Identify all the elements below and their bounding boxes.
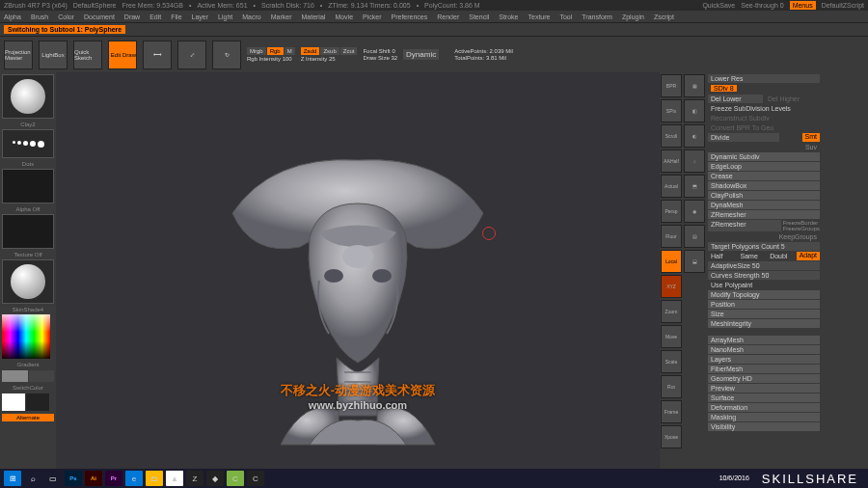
visibility-header[interactable]: Visibility <box>708 422 820 431</box>
task-view-icon[interactable]: ▭ <box>44 471 62 486</box>
material-selector[interactable] <box>2 259 54 304</box>
zcut-button[interactable]: Zcut <box>340 47 358 55</box>
alternate-button[interactable]: Alternate <box>2 414 54 421</box>
nanomesh-header[interactable]: NanoMesh <box>708 345 820 354</box>
menu-file[interactable]: File <box>171 14 181 20</box>
taskbar-premiere[interactable]: Pr <box>105 471 122 486</box>
move-button[interactable]: ⟷ <box>143 41 172 69</box>
taskbar-edge[interactable]: e <box>125 471 143 486</box>
taskbar-photoshop[interactable]: Ps <box>65 471 82 486</box>
gradient-label[interactable]: Gradient <box>2 362 54 367</box>
fibermesh-header[interactable]: FiberMesh <box>708 365 820 373</box>
menu-stencil[interactable]: Stencil <box>469 14 489 20</box>
xyz-button[interactable]: XYZ <box>661 275 682 298</box>
menu-zplugin[interactable]: Zplugin <box>622 14 644 20</box>
double-button[interactable]: Doubl <box>767 252 795 260</box>
switchcolor-label[interactable]: SwitchColor <box>2 385 54 391</box>
menu-picker[interactable]: Picker <box>363 14 381 20</box>
tool-icon-5[interactable]: ⬒ <box>684 175 705 198</box>
adapt-button[interactable]: Adapt <box>797 252 820 260</box>
menu-macro[interactable]: Macro <box>242 14 260 20</box>
alpha-selector[interactable] <box>2 169 54 203</box>
m-button[interactable]: M <box>285 47 295 55</box>
convert-bpr-button[interactable]: Convert BPR To Geo <box>708 123 820 132</box>
bpr-button[interactable]: BPR <box>661 74 682 97</box>
claypolish-header[interactable]: ClayPolish <box>708 191 820 200</box>
modify-topology-header[interactable]: Modify Topology <box>708 290 820 299</box>
tool-icon-3[interactable]: ◐ <box>684 124 705 148</box>
scale-view-button[interactable]: Scale <box>661 350 682 373</box>
curves-strength-slider[interactable]: Curves Strength 50 <box>708 271 820 280</box>
taskbar-date[interactable]: 10/6/2016 <box>719 474 753 482</box>
position-header[interactable]: Position <box>708 300 820 309</box>
zremesher-button[interactable]: ZRemesher <box>708 220 781 231</box>
adaptive-size-slider[interactable]: AdaptiveSize 50 <box>708 261 820 270</box>
crease-header[interactable]: Crease <box>708 172 820 180</box>
color-picker[interactable] <box>2 314 50 359</box>
z-intensity-slider[interactable]: Z Intensity 25 <box>301 56 358 62</box>
target-polygons-slider[interactable]: Target Polygons Count 5 <box>708 242 820 251</box>
edit-draw-buttons[interactable]: Edit Draw <box>108 41 137 69</box>
menu-edit[interactable]: Edit <box>149 14 161 20</box>
deformation-header[interactable]: Deformation <box>708 403 820 412</box>
size-header[interactable]: Size <box>708 310 820 318</box>
menu-transform[interactable]: Transform <box>582 14 612 20</box>
zremesher-header[interactable]: ZRemesher <box>708 210 820 219</box>
tool-icon-7[interactable]: ▤ <box>684 225 705 248</box>
edgeloop-header[interactable]: EdgeLoop <box>708 162 820 171</box>
dynamic-subdiv-header[interactable]: Dynamic Subdiv <box>708 152 820 161</box>
quicksave-button[interactable]: QuickSave <box>702 2 735 9</box>
spix-button[interactable]: SPix <box>661 99 682 122</box>
taskbar-app-4[interactable]: C <box>227 471 244 486</box>
local-button[interactable]: Local <box>661 250 682 273</box>
menu-draw[interactable]: Draw <box>124 14 140 20</box>
menu-stroke[interactable]: Stroke <box>499 14 518 20</box>
seethrough-slider[interactable]: See-through 0 <box>741 2 783 9</box>
quicksketch-button[interactable]: Quick Sketch <box>73 41 102 69</box>
edit-button[interactable]: Edit <box>109 41 122 68</box>
texture-selector[interactable] <box>2 214 54 249</box>
zoom-button[interactable]: Zoom <box>661 300 682 323</box>
freeze-groups-toggle[interactable]: FreezeGroups <box>783 226 820 231</box>
surface-header[interactable]: Surface <box>708 393 820 402</box>
smt-button[interactable]: Smt <box>802 133 820 142</box>
arraymesh-header[interactable]: ArrayMesh <box>708 336 820 344</box>
mrgb-button[interactable]: Mrgb <box>247 47 266 55</box>
taskbar-app-2[interactable]: Z <box>186 471 203 486</box>
menu-render[interactable]: Render <box>437 14 459 20</box>
scale-button[interactable]: ⤢ <box>177 41 206 69</box>
scroll-button[interactable]: Scroll <box>661 124 682 148</box>
gradient-a[interactable] <box>2 370 28 382</box>
rgb-button[interactable]: Rgb <box>267 47 284 55</box>
menu-material[interactable]: Material <box>301 14 325 20</box>
freeze-subdiv-button[interactable]: Freeze SubDivision Levels <box>708 104 820 113</box>
taskbar-app-3[interactable]: ◆ <box>206 471 224 486</box>
rotate-button[interactable]: ↻ <box>212 41 241 69</box>
menu-color[interactable]: Color <box>58 14 74 20</box>
divide-button[interactable]: Divide <box>708 133 779 142</box>
search-icon[interactable]: ⌕ <box>24 471 41 486</box>
frame-button[interactable]: Frame <box>661 400 682 423</box>
geometryhd-header[interactable]: Geometry HD <box>708 374 820 383</box>
lower-res-button[interactable]: Lower Res <box>708 74 820 83</box>
lightbox-button[interactable]: LightBox <box>39 41 68 69</box>
del-higher-button[interactable]: Del Higher <box>765 95 820 103</box>
tool-icon-2[interactable]: ◧ <box>684 99 705 122</box>
masking-header[interactable]: Masking <box>708 413 820 421</box>
default-zscript[interactable]: DefaultZScript <box>822 2 864 9</box>
menu-tool[interactable]: Tool <box>559 14 572 20</box>
menu-movie[interactable]: Movie <box>335 14 353 20</box>
menu-alpha[interactable]: Alpha <box>4 14 21 20</box>
menu-marker[interactable]: Marker <box>271 14 292 20</box>
menu-texture[interactable]: Texture <box>528 14 550 20</box>
menu-zscript[interactable]: Zscript <box>654 14 674 20</box>
rotate-view-button[interactable]: Rot <box>661 375 682 398</box>
rgb-intensity-slider[interactable]: Rgb Intensity 100 <box>247 56 295 62</box>
menu-brush[interactable]: Brush <box>31 14 48 20</box>
layers-header[interactable]: Layers <box>708 355 820 364</box>
menu-layer[interactable]: Layer <box>192 14 209 20</box>
aahalf-button[interactable]: AAHalf <box>661 149 682 173</box>
half-button[interactable]: Half <box>708 252 736 260</box>
taskbar-explorer[interactable]: 🗀 <box>146 471 163 486</box>
brush-selector[interactable] <box>2 74 54 119</box>
